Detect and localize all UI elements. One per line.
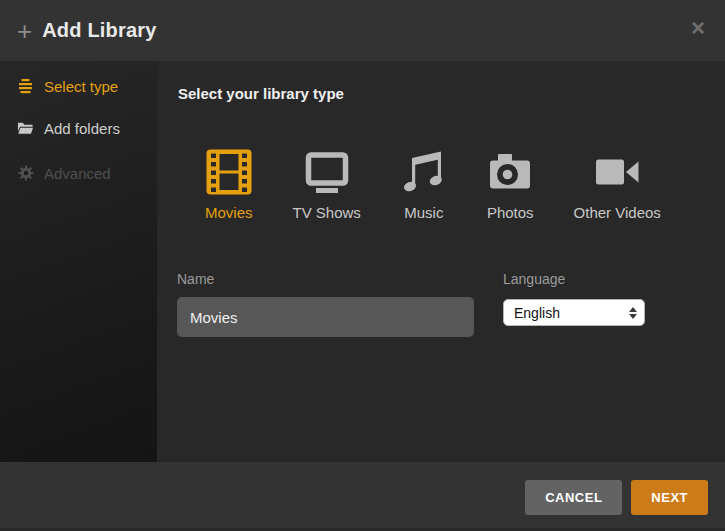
video-camera-icon bbox=[594, 149, 640, 195]
library-type-heading: Select your library type bbox=[178, 85, 344, 102]
library-type-other-videos[interactable]: Other Videos bbox=[574, 149, 661, 221]
tv-icon bbox=[304, 149, 350, 195]
name-field-group: Name bbox=[177, 271, 474, 337]
select-stepper-icon bbox=[629, 307, 637, 319]
name-input[interactable] bbox=[177, 297, 474, 337]
sidebar-item-label: Select type bbox=[44, 78, 118, 95]
next-button[interactable]: NEXT bbox=[631, 480, 708, 515]
library-type-photos[interactable]: Photos bbox=[487, 149, 534, 221]
folder-icon bbox=[17, 121, 34, 135]
language-label: Language bbox=[503, 271, 645, 287]
cancel-button[interactable]: CANCEL bbox=[525, 480, 622, 515]
type-label: Photos bbox=[487, 204, 534, 221]
language-select-value: English bbox=[514, 305, 560, 321]
sidebar-item-add-folders[interactable]: Add folders bbox=[17, 119, 120, 137]
dialog-header: + Add Library × bbox=[0, 0, 725, 61]
dialog-body: Select your library type bbox=[157, 61, 725, 462]
language-field-group: Language English bbox=[503, 271, 645, 326]
language-select[interactable]: English bbox=[503, 299, 645, 326]
music-note-icon bbox=[401, 149, 447, 195]
film-icon bbox=[206, 149, 252, 195]
library-type-tv-shows[interactable]: TV Shows bbox=[293, 149, 361, 221]
library-type-row: Movies TV Shows bbox=[205, 149, 661, 221]
library-type-movies[interactable]: Movies bbox=[205, 149, 253, 221]
dialog-footer: CANCEL NEXT bbox=[0, 462, 725, 531]
dialog-title: Add Library bbox=[42, 19, 156, 42]
sidebar-item-label: Add folders bbox=[44, 120, 120, 137]
type-label: Other Videos bbox=[574, 204, 661, 221]
library-type-music[interactable]: Music bbox=[401, 149, 447, 221]
sidebar-item-label: Advanced bbox=[44, 165, 111, 182]
type-label: Music bbox=[404, 204, 443, 221]
plus-icon: + bbox=[17, 18, 32, 44]
add-library-dialog: + Add Library × Select type bbox=[0, 0, 725, 531]
camera-icon bbox=[487, 149, 533, 195]
name-label: Name bbox=[177, 271, 474, 287]
sidebar-item-select-type[interactable]: Select type bbox=[17, 77, 118, 95]
close-icon[interactable]: × bbox=[687, 12, 709, 44]
dialog-sidebar: Select type Add folders bbox=[0, 61, 157, 462]
list-icon bbox=[17, 78, 34, 94]
gear-icon bbox=[17, 165, 34, 181]
type-label: TV Shows bbox=[293, 204, 361, 221]
type-label: Movies bbox=[205, 204, 253, 221]
sidebar-item-advanced: Advanced bbox=[17, 164, 111, 182]
